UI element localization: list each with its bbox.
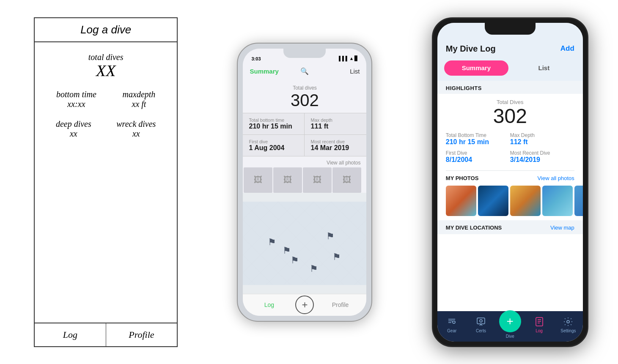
- svg-text:⚑: ⚑: [268, 237, 277, 247]
- recent-dive-label: Most recent dive: [310, 139, 360, 144]
- segment-summary[interactable]: Summary: [444, 60, 508, 76]
- svg-text:⚑: ⚑: [327, 230, 335, 241]
- svg-point-8: [453, 321, 455, 323]
- total-dives-label: Total Dives: [446, 99, 574, 105]
- tab-profile[interactable]: Profile: [314, 301, 366, 308]
- map-svg: ⚑ ⚑ ⚑ ⚑ ⚑ ⚑: [243, 193, 366, 294]
- sketch-footer: Log Profile: [35, 323, 177, 346]
- tab-log[interactable]: Log: [243, 301, 295, 308]
- bottom-time-value: 210 hr 15 min: [446, 138, 510, 146]
- view-all-photos-link[interactable]: View all photos: [327, 160, 361, 166]
- bottom-tab-bar: Log + Profile: [243, 294, 366, 316]
- log-icon: [533, 316, 545, 328]
- total-dives-section: Total dives 302: [243, 80, 366, 113]
- highlight-recent-dive: Most Recent Dive 3/14/2019: [510, 150, 574, 164]
- phone-content: Total dives 302 Total bottom time 210 hr…: [243, 80, 366, 294]
- svg-text:⚑: ⚑: [283, 245, 291, 256]
- tab-dive[interactable]: + Dive: [495, 310, 525, 339]
- svg-rect-9: [477, 318, 485, 324]
- signal-icon: ▌▌▌: [339, 56, 349, 61]
- highlight-max-depth: Max Depth 112 ft: [510, 132, 574, 146]
- max-depth-label: Max Depth: [510, 132, 574, 138]
- photo-thumb-1: 🖼: [244, 167, 272, 193]
- first-dive-stat: First dive 1 Aug 2004: [243, 135, 305, 156]
- svg-rect-11: [536, 317, 543, 326]
- sketch-title: Log a dive: [35, 18, 177, 42]
- photo-thumb-3: 🖼: [303, 167, 332, 193]
- app-phone-screen: My Dive Log Add Summary List HIGHLIGHTS …: [437, 23, 583, 342]
- phone-nav: Summary 🔍 List: [243, 63, 366, 80]
- sketch-footer-profile[interactable]: Profile: [106, 323, 177, 346]
- search-icon[interactable]: 🔍: [299, 66, 310, 77]
- sketch-max-depth-label: maxdepth: [123, 90, 156, 99]
- dive-fab[interactable]: +: [499, 310, 521, 332]
- photos-row: +: [446, 186, 574, 216]
- middle-phone-mockup: 3:03 ▌▌▌ ▴ ▊ Summary 🔍 List Total dives …: [237, 43, 372, 322]
- tab-gear-label: Gear: [447, 328, 456, 333]
- app-segment: Summary List: [437, 58, 583, 81]
- sketch-total-dives-label: total dives: [43, 52, 168, 62]
- sketch-stats-row1: bottom time xx:xx maxdepth xx ft: [43, 90, 168, 109]
- highlight-bottom-time: Total Bottom Time 210 hr 15 min: [446, 132, 510, 146]
- certs-icon: [475, 316, 487, 328]
- max-depth-value: 112 ft: [510, 138, 574, 146]
- tab-settings[interactable]: Settings: [554, 316, 583, 333]
- sketch-wireframe: Log a dive total dives XX bottom time xx…: [34, 17, 178, 347]
- bottom-time-label: Total Bottom Time: [446, 132, 510, 138]
- view-map-link[interactable]: View map: [550, 224, 574, 231]
- view-all-photos-link[interactable]: View all photos: [538, 175, 574, 181]
- bottom-time-stat: Total bottom time 210 hr 15 min: [243, 113, 305, 135]
- svg-point-12: [567, 320, 569, 323]
- settings-icon: [562, 316, 574, 328]
- dive-map: ⚑ ⚑ ⚑ ⚑ ⚑ ⚑: [243, 193, 366, 294]
- max-depth-label: Max depth: [310, 118, 360, 123]
- phone-notch: [283, 49, 326, 58]
- wifi-icon: ▴: [350, 56, 353, 61]
- svg-text:⚑: ⚑: [310, 263, 318, 274]
- sketch-max-depth-value: xx ft: [123, 99, 156, 109]
- photos-header: View all photos: [243, 156, 366, 167]
- add-dive-fab[interactable]: +: [295, 296, 314, 314]
- nav-summary-tab[interactable]: Summary: [250, 68, 299, 75]
- sketch-body: total dives XX bottom time xx:xx maxdept…: [35, 42, 177, 323]
- first-dive-label: First dive: [249, 139, 298, 144]
- total-dives-number: 302: [243, 91, 366, 109]
- svg-point-10: [480, 320, 482, 322]
- app-add-button[interactable]: Add: [560, 44, 574, 53]
- total-dives-number: 302: [446, 105, 574, 128]
- recent-dive-value: 3/14/2019: [510, 156, 574, 164]
- phone-screen: 3:03 ▌▌▌ ▴ ▊ Summary 🔍 List Total dives …: [243, 49, 366, 316]
- status-icons: ▌▌▌ ▴ ▊: [339, 56, 358, 61]
- sketch-deep-dives: deep dives xx: [56, 119, 91, 139]
- stats-grid: Total bottom time 210 hr 15 min Max dept…: [243, 113, 366, 156]
- first-dive-value: 1 Aug 2004: [249, 144, 298, 152]
- photo-fish: [510, 186, 541, 216]
- sketch-total-dives: total dives XX: [43, 52, 168, 80]
- nav-list-tab[interactable]: List: [310, 68, 360, 75]
- app-header: My Dive Log Add: [437, 41, 583, 58]
- sketch-max-depth: maxdepth xx ft: [123, 90, 156, 109]
- svg-rect-1: [243, 201, 366, 285]
- locations-label: MY DIVE LOCATIONS: [446, 224, 502, 231]
- recent-dive-value: 14 Mar 2019: [310, 144, 360, 152]
- bottom-time-value: 210 hr 15 min: [249, 123, 298, 130]
- recent-dive-label: Most Recent Dive: [510, 150, 574, 156]
- segment-list[interactable]: List: [512, 60, 576, 76]
- tab-settings-label: Settings: [560, 328, 576, 333]
- photos-label: MY PHOTOS: [446, 175, 479, 181]
- sketch-footer-log[interactable]: Log: [35, 323, 106, 346]
- photo-sea: [542, 186, 573, 216]
- sketch-bottom-time-label: bottom time: [56, 90, 96, 99]
- svg-text:⚑: ⚑: [291, 255, 299, 265]
- photos-header: MY PHOTOS View all photos: [446, 175, 574, 181]
- recent-dive-stat: Most recent dive 14 Mar 2019: [305, 135, 366, 156]
- tab-gear[interactable]: Gear: [437, 316, 467, 333]
- total-dives-label: Total dives: [243, 85, 366, 91]
- tab-certs[interactable]: Certs: [467, 316, 496, 333]
- first-dive-label: First Dive: [446, 150, 510, 156]
- tab-log[interactable]: Log: [525, 316, 554, 333]
- sketch-wreck-dives-value: xx: [116, 129, 156, 139]
- sketch-deep-dives-label: deep dives: [56, 119, 91, 129]
- photos-row: 🖼 🖼 🖼 🖼: [243, 167, 366, 193]
- max-depth-stat: Max depth 111 ft: [305, 113, 366, 135]
